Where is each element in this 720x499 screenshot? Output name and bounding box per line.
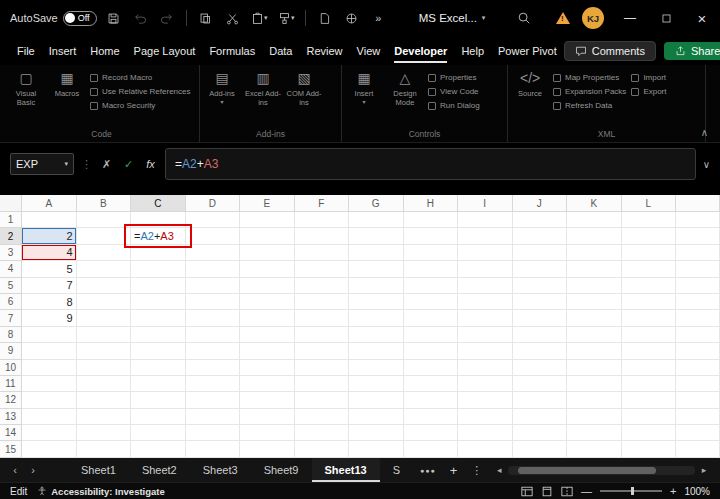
sheet-tab-sheet9[interactable]: Sheet9 (251, 458, 312, 482)
ribbon-button-excel-add-ins[interactable]: ▥Excel Add-ins (245, 70, 281, 107)
cell-D12[interactable] (186, 392, 241, 408)
cell-H12[interactable] (404, 392, 459, 408)
cell-K8[interactable] (567, 327, 622, 343)
ribbon-button-com-add-ins[interactable]: ▧COM Add-ins (286, 70, 322, 107)
scrollbar-thumb[interactable] (518, 467, 656, 474)
cell-B15[interactable] (77, 441, 132, 457)
cell-C6[interactable] (131, 294, 186, 310)
cell-A6[interactable]: 8 (22, 294, 77, 310)
cell-F13[interactable] (295, 409, 350, 425)
row-header-2[interactable]: 2 (0, 228, 22, 244)
cell-I8[interactable] (458, 327, 513, 343)
menu-tab-view[interactable]: View (350, 36, 388, 65)
cell-I3[interactable] (458, 245, 513, 261)
sheet-nav-right-button[interactable]: › (24, 464, 42, 476)
scroll-right-arrow[interactable]: ▸ (698, 465, 710, 475)
cell-G4[interactable] (349, 261, 404, 277)
ribbon-button-macros[interactable]: ▦Macros (49, 70, 85, 98)
cell-J4[interactable] (513, 261, 568, 277)
cell-G13[interactable] (349, 409, 404, 425)
cell-D9[interactable] (186, 343, 241, 359)
name-box[interactable]: EXP▾ (10, 153, 74, 175)
ribbon-button-expansion-packs[interactable]: Expansion Packs (553, 87, 626, 96)
cell-J9[interactable] (513, 343, 568, 359)
row-header-12[interactable]: 12 (0, 392, 22, 408)
ribbon-button-export[interactable]: Export (631, 87, 666, 96)
ribbon-button-use-relative-references[interactable]: Use Relative References (90, 87, 190, 96)
menu-tab-insert[interactable]: Insert (42, 36, 84, 65)
row-header-5[interactable]: 5 (0, 278, 22, 294)
sheet-tab-sheet2[interactable]: Sheet2 (129, 458, 190, 482)
cell-K3[interactable] (567, 245, 622, 261)
cell-A4[interactable]: 5 (22, 261, 77, 277)
ribbon-button-visual-basic[interactable]: ▢Visual Basic (8, 70, 44, 107)
cell-J11[interactable] (513, 376, 568, 392)
format-painter-button[interactable]: ▾ (276, 6, 297, 30)
cell-C5[interactable] (131, 278, 186, 294)
save-button[interactable] (103, 6, 124, 30)
cell-H5[interactable] (404, 278, 459, 294)
cell-L2[interactable] (622, 228, 677, 244)
cell-L3[interactable] (622, 245, 677, 261)
cell-C12[interactable] (131, 392, 186, 408)
new-sheet-button[interactable]: + (443, 463, 465, 478)
cell-A10[interactable] (22, 360, 77, 376)
undo-button[interactable] (130, 6, 151, 30)
normal-view-icon[interactable] (521, 486, 533, 497)
paste-button[interactable]: ▾ (249, 6, 270, 30)
cell-F15[interactable] (295, 441, 350, 457)
copy-button[interactable] (195, 6, 216, 30)
collapse-ribbon-button[interactable]: ∧ (701, 127, 708, 138)
cell-E9[interactable] (240, 343, 295, 359)
menu-tab-home[interactable]: Home (83, 36, 126, 65)
cell-G10[interactable] (349, 360, 404, 376)
cell-K4[interactable] (567, 261, 622, 277)
sheet-tab-sheet1[interactable]: Sheet1 (68, 458, 129, 482)
cell-D10[interactable] (186, 360, 241, 376)
column-header-G[interactable]: G (349, 195, 404, 212)
cell-F10[interactable] (295, 360, 350, 376)
cell-I13[interactable] (458, 409, 513, 425)
cell-D8[interactable] (186, 327, 241, 343)
cell-E4[interactable] (240, 261, 295, 277)
cell-G12[interactable] (349, 392, 404, 408)
cell-F3[interactable] (295, 245, 350, 261)
globe-button[interactable] (341, 6, 362, 30)
cell-B3[interactable] (77, 245, 132, 261)
minimize-button[interactable]: — (612, 0, 648, 36)
cell-I14[interactable] (458, 425, 513, 441)
cell-E1[interactable] (240, 212, 295, 228)
sheet-tab-s[interactable]: S (380, 458, 413, 482)
cell-D15[interactable] (186, 441, 241, 457)
cell-D6[interactable] (186, 294, 241, 310)
cell-L15[interactable] (622, 441, 677, 457)
cell-D7[interactable] (186, 310, 241, 326)
horizontal-scrollbar[interactable]: ◂ ▸ (493, 465, 710, 475)
cell-K13[interactable] (567, 409, 622, 425)
sheet-nav-left-button[interactable]: ‹ (6, 464, 24, 476)
cell-C7[interactable] (131, 310, 186, 326)
cell-F4[interactable] (295, 261, 350, 277)
cell-A7[interactable]: 9 (22, 310, 77, 326)
row-header-3[interactable]: 3 (0, 245, 22, 261)
zoom-in-button[interactable]: + (670, 485, 676, 497)
ribbon-button-import[interactable]: Import (631, 73, 666, 82)
cell-A11[interactable] (22, 376, 77, 392)
cell-G15[interactable] (349, 441, 404, 457)
scroll-left-arrow[interactable]: ◂ (493, 465, 505, 475)
cell-J10[interactable] (513, 360, 568, 376)
cell-J2[interactable] (513, 228, 568, 244)
cell-F2[interactable] (295, 228, 350, 244)
column-header-K[interactable]: K (567, 195, 622, 212)
cell-K12[interactable] (567, 392, 622, 408)
cell-C10[interactable] (131, 360, 186, 376)
zoom-out-button[interactable]: — (581, 485, 592, 497)
cell-C4[interactable] (131, 261, 186, 277)
cell-H14[interactable] (404, 425, 459, 441)
cell-D14[interactable] (186, 425, 241, 441)
formula-input[interactable]: =A2+A3 (165, 148, 696, 180)
menu-tab-help[interactable]: Help (454, 36, 491, 65)
cell-F12[interactable] (295, 392, 350, 408)
cell-A2[interactable]: 2 (22, 228, 77, 244)
cell-C13[interactable] (131, 409, 186, 425)
